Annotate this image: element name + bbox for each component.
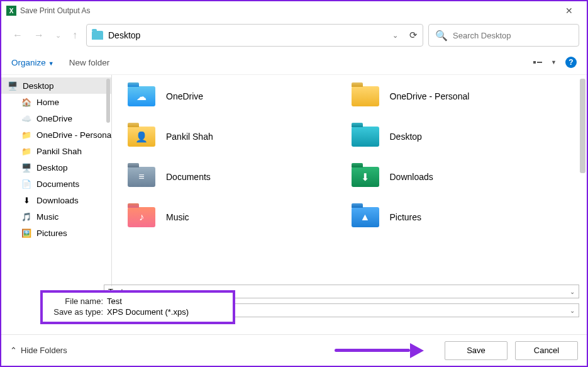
nav-recent-icon[interactable]: ⌄ [55, 31, 61, 40]
folder-icon: ⬇ [351, 164, 380, 189]
chevron-down-icon[interactable]: ⌄ [392, 31, 398, 40]
sidebar-item-label: Music [36, 212, 58, 222]
annotation-highlight: File name: Test Save as type: XPS Docume… [40, 290, 235, 324]
file-label: OneDrive - Personal [390, 91, 470, 101]
sidebar-item-label: OneDrive [36, 114, 72, 123]
search-box[interactable]: 🔍 [428, 24, 579, 47]
sidebar-item-label: Pictures [36, 229, 67, 238]
sidebar-item[interactable]: 📁OneDrive - Personal [1, 127, 111, 143]
folder-icon [92, 31, 103, 40]
folder-icon: 🎵 [21, 212, 31, 222]
sidebar-item[interactable]: ⬇Downloads [1, 192, 111, 208]
sidebar-item[interactable]: 🖥️Desktop [1, 159, 111, 176]
organize-menu[interactable]: Organize▼ [11, 58, 54, 67]
nav-forward-icon[interactable]: → [34, 30, 44, 41]
file-name-label: File name: [47, 296, 103, 306]
path-bar[interactable]: Desktop ⌄ ⟳ [86, 24, 423, 47]
close-icon[interactable]: ✕ [557, 1, 582, 20]
folder-icon [351, 124, 380, 149]
sidebar-item[interactable]: 🎵Music [1, 208, 111, 225]
chevron-down-icon[interactable]: ⌄ [570, 307, 575, 314]
sidebar-item-label: Pankil Shah [36, 147, 82, 156]
folder-icon: 📄 [21, 179, 31, 189]
sidebar-item-label: Desktop [23, 81, 54, 91]
folder-icon: ⬇ [21, 195, 31, 205]
sidebar-item-label: Home [36, 98, 59, 107]
file-item[interactable]: ♪Music [127, 205, 351, 230]
folder-icon: ☁ [127, 84, 156, 109]
toolbar: Organize▼ New folder ▼ ? [1, 50, 587, 74]
footer: ⌃ Hide Folders Save Cancel [1, 334, 587, 366]
view-options-button[interactable] [533, 61, 542, 64]
annotation-arrow [335, 346, 424, 355]
file-item[interactable]: ▲Pictures [351, 205, 575, 230]
file-item[interactable]: Desktop [351, 124, 575, 149]
folder-icon: 👤 [127, 124, 156, 149]
nav-back-icon[interactable]: ← [13, 30, 23, 41]
save-button[interactable]: Save [445, 341, 508, 360]
file-label: Pankil Shah [166, 132, 213, 142]
chevron-down-icon[interactable]: ⌄ [570, 288, 575, 295]
sidebar-item[interactable]: 📄Documents [1, 176, 111, 192]
path-current: Desktop [108, 30, 140, 40]
new-folder-button[interactable]: New folder [69, 58, 110, 67]
file-label: Downloads [390, 172, 433, 182]
folder-icon: 📁 [21, 130, 31, 140]
file-item[interactable]: ⬇Downloads [351, 164, 575, 189]
chevron-up-icon: ⌃ [10, 346, 17, 355]
sidebar-item-label: Documents [36, 179, 79, 189]
folder-icon [351, 84, 380, 109]
folder-icon: ▲ [351, 205, 380, 230]
folder-icon: 🏠 [21, 97, 31, 107]
help-icon[interactable]: ? [565, 57, 577, 68]
cancel-button[interactable]: Cancel [515, 341, 578, 360]
save-type-label: Save as type: [47, 307, 103, 317]
excel-icon: X [6, 6, 16, 16]
file-item[interactable]: 👤Pankil Shah [127, 124, 351, 149]
sidebar-tree[interactable]: 🖥️Desktop🏠Home☁️OneDrive📁OneDrive - Pers… [1, 75, 111, 286]
folder-icon: ☁️ [21, 113, 31, 123]
title-bar: X Save Print Output As ✕ [1, 1, 587, 20]
sidebar-item[interactable]: 🏠Home [1, 94, 111, 110]
file-pane[interactable]: ☁OneDriveOneDrive - Personal👤Pankil Shah… [112, 75, 587, 286]
folder-icon: 🖥️ [8, 81, 18, 91]
refresh-icon[interactable]: ⟳ [409, 30, 418, 41]
sidebar-item-label: OneDrive - Personal [36, 130, 111, 140]
sidebar-item[interactable]: 🖥️Desktop [1, 77, 111, 94]
folder-icon: 📁 [21, 146, 31, 156]
sidebar-item-label: Desktop [36, 163, 68, 172]
sidebar-item[interactable]: ☁️OneDrive [1, 110, 111, 127]
file-item[interactable]: ☁OneDrive [127, 84, 351, 109]
file-label: Music [166, 212, 189, 222]
search-icon: 🔍 [435, 30, 448, 42]
hide-folders-toggle[interactable]: ⌃ Hide Folders [10, 346, 67, 355]
folder-icon: 🖥️ [21, 162, 31, 172]
folder-icon: 🖼️ [21, 228, 31, 238]
file-item[interactable]: OneDrive - Personal [351, 84, 575, 109]
file-item[interactable]: ≡Documents [127, 164, 351, 189]
nav-up-icon[interactable]: ↑ [72, 30, 77, 41]
folder-icon: ≡ [127, 164, 156, 189]
file-label: Documents [166, 172, 211, 182]
search-input[interactable] [453, 31, 572, 40]
file-label: Desktop [390, 132, 422, 142]
file-label: Pictures [390, 212, 422, 222]
sidebar-item[interactable]: 📁Pankil Shah [1, 143, 111, 159]
sidebar-item[interactable]: 🖼️Pictures [1, 225, 111, 241]
chevron-down-icon[interactable]: ▼ [551, 59, 557, 65]
file-label: OneDrive [166, 91, 203, 101]
nav-row: ← → ⌄ ↑ Desktop ⌄ ⟳ 🔍 [1, 20, 587, 50]
folder-icon: ♪ [127, 205, 156, 230]
sidebar-item-label: Downloads [36, 196, 79, 205]
main-area: 🖥️Desktop🏠Home☁️OneDrive📁OneDrive - Pers… [1, 74, 587, 286]
window-title: Save Print Output As [20, 6, 90, 15]
